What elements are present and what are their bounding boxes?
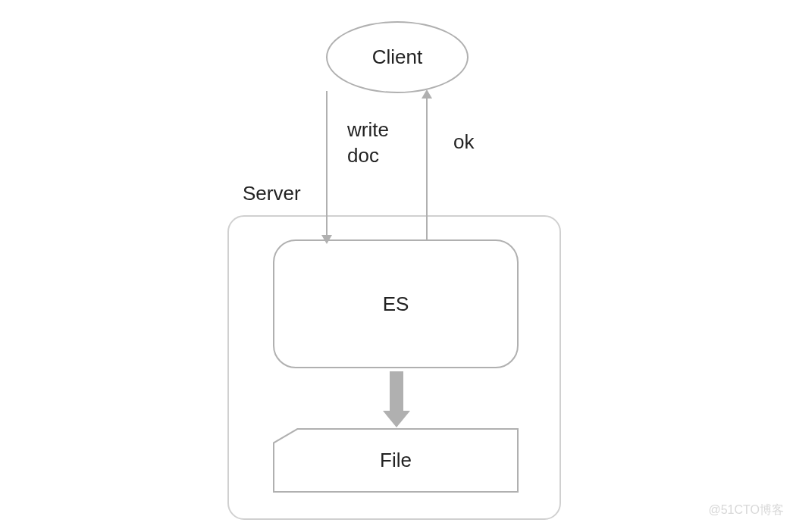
watermark-text: @51CTO博客 — [708, 502, 784, 518]
arrow-ok-head-icon — [422, 89, 432, 99]
file-corner-cut-icon — [273, 428, 299, 443]
write-text-line2: doc — [347, 144, 379, 167]
write-text-line1: write — [347, 118, 389, 141]
client-node: Client — [326, 21, 469, 93]
ok-label: ok — [453, 130, 474, 154]
arrow-es-file-head-icon — [383, 411, 410, 427]
es-node: ES — [273, 239, 519, 368]
arrow-es-file-line — [390, 371, 403, 414]
es-label: ES — [383, 293, 409, 316]
arrow-ok-line — [426, 97, 428, 241]
client-label: Client — [372, 45, 422, 69]
arrow-write-head-icon — [321, 235, 332, 244]
file-node: File — [273, 428, 519, 493]
file-label: File — [380, 449, 412, 472]
write-doc-label: write doc — [347, 117, 389, 169]
server-label: Server — [243, 182, 301, 205]
arrow-write-line — [326, 91, 328, 241]
